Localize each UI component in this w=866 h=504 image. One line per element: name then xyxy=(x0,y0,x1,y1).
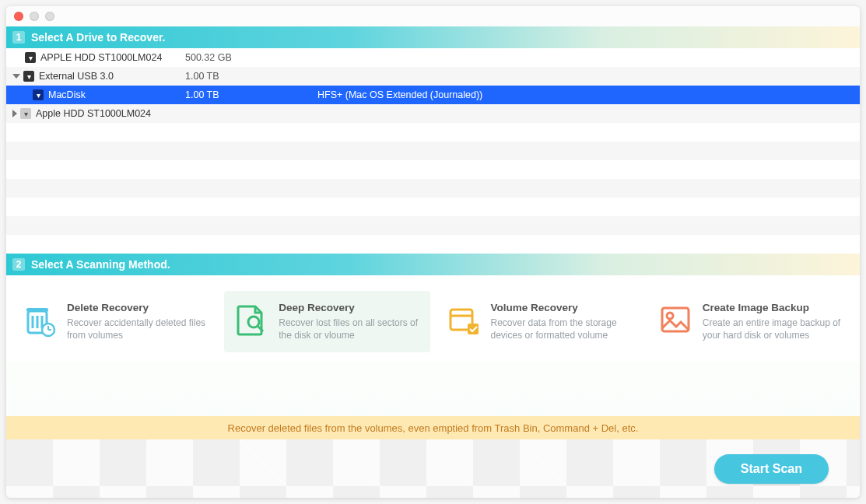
spacer xyxy=(12,54,22,61)
drive-row-apple-hdd[interactable]: ▾ APPLE HDD ST1000LM024 500.32 GB xyxy=(6,48,860,67)
start-scan-button[interactable]: Start Scan xyxy=(714,454,829,484)
info-text: Recover deleted files from the volumes, … xyxy=(228,422,639,434)
svg-rect-4 xyxy=(26,308,48,312)
method-create-image-backup[interactable]: Create Image Backup Create an entire ima… xyxy=(648,291,854,352)
method-desc: Recover accidentally deleted files from … xyxy=(67,317,209,341)
svg-rect-13 xyxy=(662,308,689,331)
step1-number: 1 xyxy=(12,31,25,44)
drive-list-empty-area xyxy=(6,123,860,254)
drive-name: Apple HDD ST1000LM024 xyxy=(36,108,151,119)
method-title: Deep Recovery xyxy=(279,302,420,313)
drive-list: ▾ APPLE HDD ST1000LM024 500.32 GB ▾ Exte… xyxy=(6,48,860,123)
drive-name: MacDisk xyxy=(48,89,86,100)
method-desc: Create an entire image backup of your ha… xyxy=(703,317,844,341)
trash-clock-icon xyxy=(22,302,58,338)
chevron-down-icon[interactable] xyxy=(12,74,20,79)
drive-row-macdisk[interactable]: ▾ MacDisk 1.00 TB HFS+ (Mac OS Extended … xyxy=(6,86,860,104)
method-title: Create Image Backup xyxy=(703,302,844,313)
disk-icon: ▾ xyxy=(33,89,44,100)
titlebar xyxy=(6,6,860,26)
method-deep-recovery[interactable]: Deep Recovery Recover lost files on all … xyxy=(224,291,429,352)
drive-name: External USB 3.0 xyxy=(39,71,114,82)
drive-size: 1.00 TB xyxy=(185,71,317,82)
spacer-strip xyxy=(6,362,860,416)
step2-number: 2 xyxy=(12,258,25,271)
document-search-icon xyxy=(233,302,269,338)
drive-fs: HFS+ (Mac OS Extended (Journaled)) xyxy=(317,89,860,100)
folder-box-icon xyxy=(446,302,482,338)
step1-header: 1 Select A Drive to Recover. xyxy=(6,26,860,48)
method-volume-recovery[interactable]: Volume Recovery Recover data from the st… xyxy=(437,291,642,352)
drive-row-apple-hdd-2[interactable]: ▾ Apple HDD ST1000LM024 xyxy=(6,104,860,123)
method-title: Delete Recovery xyxy=(67,302,209,313)
svg-point-8 xyxy=(248,317,259,327)
footer: Start Scan xyxy=(6,439,860,498)
disk-icon: ▾ xyxy=(23,71,34,82)
method-desc: Recover data from the storage devices or… xyxy=(491,317,633,341)
svg-point-14 xyxy=(667,313,673,319)
method-delete-recovery[interactable]: Delete Recovery Recover accidentally del… xyxy=(12,291,218,352)
minimize-icon[interactable] xyxy=(30,12,39,21)
step2-header: 2 Select A Scanning Method. xyxy=(6,254,860,275)
method-title: Volume Recovery xyxy=(491,302,633,313)
step1-title: Select A Drive to Recover. xyxy=(31,31,165,44)
disk-icon: ▾ xyxy=(25,52,36,63)
drive-row-external-usb[interactable]: ▾ External USB 3.0 1.00 TB xyxy=(6,67,860,86)
app-window: 1 Select A Drive to Recover. ▾ APPLE HDD… xyxy=(6,6,860,498)
step2-title: Select A Scanning Method. xyxy=(31,258,170,271)
disk-icon: ▾ xyxy=(20,108,31,119)
drive-size: 1.00 TB xyxy=(185,89,317,100)
scanning-methods: Delete Recovery Recover accidentally del… xyxy=(6,275,860,362)
drive-name: APPLE HDD ST1000LM024 xyxy=(40,52,162,63)
method-desc: Recover lost files on all sectors of the… xyxy=(279,317,420,341)
image-icon xyxy=(657,302,693,338)
drive-size: 500.32 GB xyxy=(185,52,317,63)
maximize-icon[interactable] xyxy=(45,12,54,21)
svg-rect-12 xyxy=(468,324,479,334)
info-bar: Recover deleted files from the volumes, … xyxy=(6,416,860,439)
close-icon[interactable] xyxy=(14,12,23,21)
chevron-right-icon[interactable] xyxy=(12,110,17,117)
